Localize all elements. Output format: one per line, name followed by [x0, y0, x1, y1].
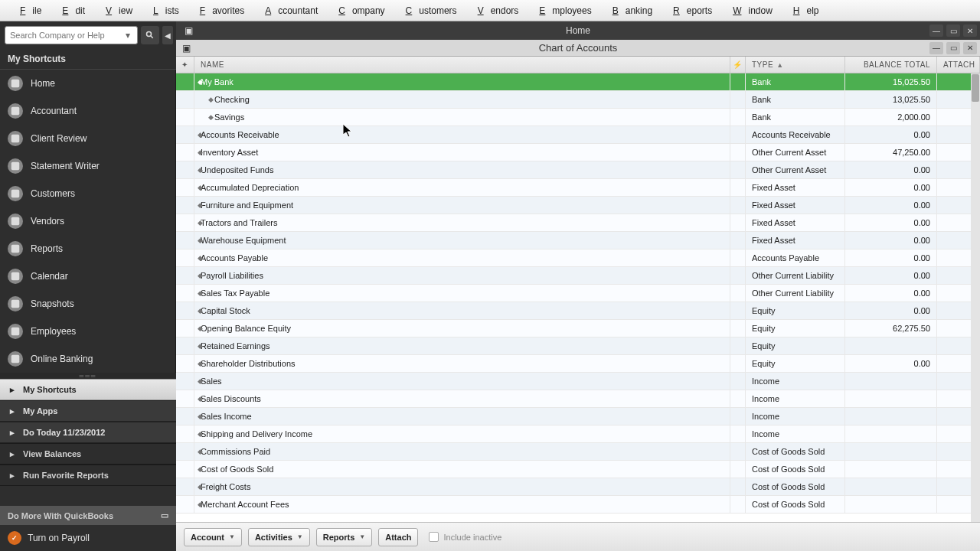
scrollbar[interactable]: [971, 73, 980, 522]
menu-favorites[interactable]: Favorites: [186, 2, 251, 19]
menu-reports[interactable]: Reports: [659, 2, 719, 19]
account-type: Fixed Asset: [746, 214, 845, 231]
table-row[interactable]: ◆My BankBank15,025.50: [176, 73, 980, 91]
sidebar-item-label: Home: [31, 78, 55, 89]
sidebar-tab-run-favorite-reports[interactable]: ▸Run Favorite Reports: [0, 465, 176, 486]
search-button[interactable]: [141, 26, 159, 44]
attach-button[interactable]: Attach: [378, 528, 418, 546]
reports-dropdown[interactable]: Reports▼: [316, 528, 372, 546]
table-row[interactable]: ◆Warehouse EquipmentFixed Asset0.00: [176, 232, 980, 249]
table-row[interactable]: ◆Merchant Account FeesCost of Goods Sold: [176, 496, 980, 514]
home-maximize-icon[interactable]: ▭: [946, 24, 960, 37]
menu-employees[interactable]: Employees: [525, 2, 598, 19]
include-inactive-checkbox[interactable]: Include inactive: [429, 532, 501, 542]
chart-minimize-icon[interactable]: —: [929, 42, 943, 54]
home-tab-icon[interactable]: ▣: [182, 24, 194, 37]
table-row[interactable]: ◆CheckingBank13,025.50: [176, 91, 980, 109]
col-lightning-icon[interactable]: ⚡: [730, 57, 746, 73]
sidebar-item-snapshots[interactable]: Snapshots: [0, 290, 175, 318]
col-balance[interactable]: BALANCE TOTAL: [845, 57, 937, 73]
camera-icon: [8, 296, 23, 311]
col-attach[interactable]: ATTACH: [937, 57, 980, 73]
chart-tab-icon[interactable]: ▣: [182, 43, 193, 54]
sidebar-drag-handle[interactable]: ═══: [0, 373, 176, 379]
sidebar-item-home[interactable]: Home: [0, 70, 175, 97]
account-balance: 15,025.50: [845, 73, 937, 90]
account-dropdown[interactable]: Account▼: [184, 528, 242, 546]
sidebar-tab-do-today-11-23-2012[interactable]: ▸Do Today 11/23/2012: [0, 422, 176, 443]
sidebar-tab-my-shortcuts[interactable]: ▸My Shortcuts: [0, 379, 176, 400]
do-more-expand-icon[interactable]: ▭: [161, 510, 168, 520]
account-name: Tractors and Trailers: [201, 218, 277, 227]
table-body[interactable]: ◆My BankBank15,025.50◆CheckingBank13,025…: [176, 73, 980, 522]
menu-view[interactable]: View: [92, 2, 139, 19]
account-name: Cost of Goods Sold: [201, 465, 273, 474]
chart-maximize-icon[interactable]: ▭: [946, 42, 960, 54]
table-row[interactable]: ◆Undeposited FundsOther Current Asset0.0…: [176, 161, 980, 179]
col-type[interactable]: TYPE▲: [746, 57, 845, 73]
sidebar-item-reports[interactable]: Reports: [0, 235, 175, 262]
menu-lists[interactable]: Lists: [139, 2, 186, 19]
turn-on-payroll-item[interactable]: ✓ Turn on Payroll: [0, 525, 176, 551]
sidebar-item-accountant[interactable]: Accountant: [0, 97, 175, 125]
table-row[interactable]: ◆SavingsBank2,000.00: [176, 109, 980, 126]
table-row[interactable]: ◆Capital StockEquity0.00: [176, 302, 980, 320]
sidebar-collapse-icon[interactable]: ◀: [162, 26, 173, 44]
table-row[interactable]: ◆Sales DiscountsIncome: [176, 390, 980, 408]
table-row[interactable]: ◆Commissions PaidCost of Goods Sold: [176, 443, 980, 461]
menu-customers[interactable]: Customers: [392, 2, 464, 19]
activities-dropdown[interactable]: Activities▼: [248, 528, 310, 546]
sidebar-tab-view-balances[interactable]: ▸View Balances: [0, 443, 176, 465]
col-name[interactable]: NAME: [194, 57, 730, 73]
table-row[interactable]: ◆Shipping and Delivery IncomeIncome: [176, 425, 980, 443]
account-name: Payroll Liabilities: [201, 271, 263, 280]
menu-edit[interactable]: Edit: [48, 2, 92, 19]
table-row[interactable]: ◆Retained EarningsEquity: [176, 337, 980, 355]
sidebar-item-employees[interactable]: Employees: [0, 318, 175, 345]
expand-icon: ◆: [198, 395, 203, 403]
sidebar-tab-my-apps[interactable]: ▸My Apps: [0, 400, 176, 422]
chart-close-icon[interactable]: ✕: [963, 42, 977, 54]
table-row[interactable]: ◆Payroll LiabilitiesOther Current Liabil…: [176, 267, 980, 285]
table-row[interactable]: ◆Sales IncomeIncome: [176, 408, 980, 425]
home-close-icon[interactable]: ✕: [963, 24, 977, 37]
account-balance: 0.00: [845, 214, 937, 231]
scroll-thumb[interactable]: [972, 74, 979, 102]
payroll-icon: ✓: [8, 531, 21, 545]
menu-company[interactable]: Company: [325, 2, 391, 19]
menu-accountant[interactable]: Accountant: [251, 2, 325, 19]
home-minimize-icon[interactable]: —: [929, 24, 943, 37]
table-row[interactable]: ◆Opening Balance EquityEquity62,275.50: [176, 320, 980, 337]
account-name: Sales Discounts: [201, 394, 261, 403]
table-row[interactable]: ◆SalesIncome: [176, 373, 980, 390]
sidebar-item-calendar[interactable]: Calendar: [0, 262, 175, 290]
table-row[interactable]: ◆Accumulated DepreciationFixed Asset0.00: [176, 179, 980, 197]
sidebar-item-online-banking[interactable]: Online Banking: [0, 345, 175, 373]
sidebar-item-vendors[interactable]: Vendors: [0, 207, 175, 235]
sidebar-item-label: Snapshots: [31, 298, 74, 309]
menu-vendors[interactable]: Vendors: [464, 2, 526, 19]
menu-file[interactable]: File: [6, 2, 48, 19]
search-dropdown-icon[interactable]: ▾: [122, 30, 132, 41]
col-marker-icon[interactable]: ✦: [176, 57, 194, 73]
expand-icon: ◆: [198, 78, 203, 86]
table-row[interactable]: ◆Inventory AssetOther Current Asset47,25…: [176, 144, 980, 161]
sidebar-item-client-review[interactable]: Client Review: [0, 125, 175, 152]
home-window-title: Home: [566, 25, 590, 36]
table-row[interactable]: ◆Furniture and EquipmentFixed Asset0.00: [176, 197, 980, 214]
svg-rect-8: [11, 245, 20, 253]
menu-window[interactable]: Window: [719, 2, 779, 19]
menu-help[interactable]: Help: [779, 2, 826, 19]
table-row[interactable]: ◆Sales Tax PayableOther Current Liabilit…: [176, 285, 980, 302]
table-row[interactable]: ◆Freight CostsCost of Goods Sold: [176, 478, 980, 496]
table-row[interactable]: ◆Accounts PayableAccounts Payable0.00: [176, 249, 980, 267]
menu-banking[interactable]: Banking: [599, 2, 659, 19]
sidebar-item-customers[interactable]: Customers: [0, 180, 175, 207]
search-box[interactable]: ▾: [5, 26, 138, 44]
table-row[interactable]: ◆Tractors and TrailersFixed Asset0.00: [176, 214, 980, 232]
search-input[interactable]: [10, 31, 122, 40]
table-row[interactable]: ◆Cost of Goods SoldCost of Goods Sold: [176, 461, 980, 478]
table-row[interactable]: ◆Accounts ReceivableAccounts Receivable0…: [176, 126, 980, 144]
sidebar-item-statement-writer[interactable]: Statement Writer: [0, 152, 175, 180]
table-row[interactable]: ◆Shareholder DistributionsEquity0.00: [176, 355, 980, 373]
